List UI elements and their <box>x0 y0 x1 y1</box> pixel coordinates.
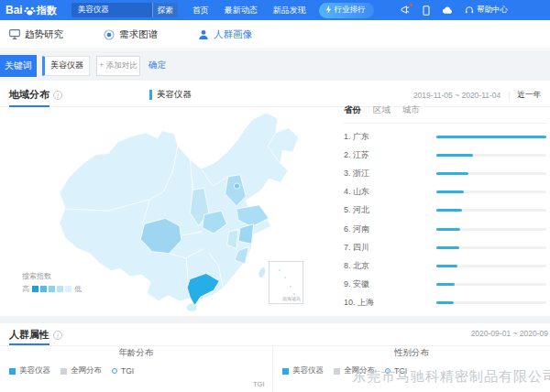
header-search-button[interactable]: 探索 <box>152 3 178 17</box>
rank-bar-track <box>436 283 546 286</box>
headset-icon <box>465 5 474 15</box>
industry-ranking-label: 行业排行 <box>335 5 366 16</box>
legend-color-bar <box>149 90 152 100</box>
rank-row[interactable]: 7. 四川 <box>344 238 546 256</box>
nav-item[interactable]: 首页 <box>192 5 209 16</box>
rank-row[interactable]: 5. 河北 <box>344 201 546 220</box>
region-ranking-list: 1. 广东2. 江苏3. 浙江4. 山东5. 河北6. 河南7. 四川8. 北京… <box>344 127 546 312</box>
audience-date-range: 2020-09-01 ~ 2020-09 <box>471 329 548 338</box>
help-center-label: 帮助中心 <box>477 5 508 16</box>
header-icons: 帮助中心 <box>401 5 508 16</box>
region-distribution-section: 地域分布 i 美容仪器 2019-11-05 ~ 2020-11-04 | 近一… <box>0 81 550 316</box>
tab-label: 趋势研究 <box>25 28 63 41</box>
header-nav: 首页最新动态新品发现 <box>192 5 306 16</box>
rank-bar-track <box>436 301 546 304</box>
legend-keyword-label: 美容仪器 <box>157 89 192 101</box>
info-icon[interactable]: i <box>53 91 62 100</box>
age-panel-legend: 美容仪器全网分布TGI <box>9 365 272 376</box>
tab-audience-portrait[interactable]: 人群画像 <box>198 28 252 41</box>
keyword-button[interactable]: 关键词 <box>0 55 37 77</box>
keyword-input[interactable]: 美容仪器 <box>42 56 90 76</box>
audience-date-row: 2020-09-01 ~ 2020-09 <box>471 329 548 338</box>
nav-item[interactable]: 最新动态 <box>225 5 258 16</box>
tgi-axis-label: TGI <box>253 380 265 388</box>
rank-row[interactable]: 2. 江苏 <box>344 146 546 164</box>
legend-label: 美容仪器 <box>19 365 50 376</box>
rank-row[interactable]: 6. 河南 <box>344 220 546 238</box>
rank-bar-fill <box>436 154 473 157</box>
rank-row[interactable]: 4. 山东 <box>344 183 546 201</box>
rank-tab-省份[interactable]: 省份 <box>344 104 361 116</box>
region-section-title: 地域分布 i <box>9 88 62 102</box>
tab-trend-research[interactable]: 趋势研究 <box>9 28 63 41</box>
map-legend-low: 低 <box>74 284 82 294</box>
rank-label: 10. 上海 <box>344 297 436 309</box>
target-icon <box>104 29 115 40</box>
person-icon <box>198 29 209 40</box>
province-hainan[interactable] <box>187 304 197 311</box>
map-scale-square <box>57 286 63 292</box>
province-taiwan[interactable] <box>258 267 266 278</box>
rank-bar-track <box>436 136 546 138</box>
rank-label: 2. 江苏 <box>344 149 436 161</box>
province-guangdong[interactable] <box>187 273 219 305</box>
rank-bar-track <box>436 172 546 175</box>
rank-tab-区域[interactable]: 区域 <box>373 104 390 116</box>
cloud-icon[interactable] <box>442 6 453 15</box>
rank-row[interactable]: 10. 上海 <box>344 294 546 312</box>
baidu-index-page: Bai 指数 美容仪器 探索 首页最新动态新品发现 行业排行 <box>0 0 550 392</box>
rank-row[interactable]: 8. 北京 <box>344 256 546 275</box>
add-compare-button[interactable]: + 添加对比 <box>96 56 140 76</box>
megaphone-icon[interactable] <box>401 5 411 15</box>
tab-demand-map[interactable]: 需求图谱 <box>104 28 158 41</box>
rank-bar-fill <box>436 265 457 267</box>
date-range: 2019-11-05 ~ 2020-11-04 <box>413 91 500 100</box>
rank-bar-fill <box>436 228 460 231</box>
legend-item[interactable]: 美容仪器 <box>9 365 50 376</box>
legend-label: 全网分布 <box>71 365 102 376</box>
rank-row[interactable]: 9. 安徽 <box>344 276 546 294</box>
rank-bar-fill <box>436 301 454 304</box>
rank-bar-track <box>436 228 546 231</box>
info-icon[interactable]: i <box>53 331 62 340</box>
period-selector[interactable]: 近一年 <box>518 90 542 101</box>
industry-ranking-pill[interactable]: 行业排行 <box>319 3 374 18</box>
confirm-button[interactable]: 确定 <box>148 60 166 71</box>
province-anhui[interactable] <box>227 230 238 249</box>
rank-bar-track <box>436 191 546 193</box>
module-tabs: 趋势研究 需求图谱 人群画像 <box>0 20 550 49</box>
legend-label: TGI <box>121 366 134 376</box>
legend-label: 美容仪器 <box>292 365 324 376</box>
legend-square-icon <box>60 368 67 375</box>
header-search-input[interactable]: 美容仪器 <box>72 5 152 16</box>
header-search[interactable]: 美容仪器 探索 <box>72 3 178 17</box>
mobile-icon[interactable] <box>423 5 430 16</box>
legend-square-icon <box>334 368 340 375</box>
region-ranking-tabs: 省份区域城市 <box>344 104 546 124</box>
rank-bar-fill <box>436 136 546 138</box>
tab-label: 需求图谱 <box>119 28 158 41</box>
legend-item[interactable]: 全网分布 <box>60 365 102 376</box>
south-sea-inset-map: 南海诸岛 <box>269 261 303 304</box>
legend-item[interactable]: 美容仪器 <box>282 365 324 376</box>
rank-label: 7. 四川 <box>344 242 436 254</box>
rank-row[interactable]: 3. 浙江 <box>344 164 546 182</box>
rank-label: 3. 浙江 <box>344 168 436 180</box>
active-underline <box>9 105 50 107</box>
legend-item[interactable]: TGI <box>112 366 134 376</box>
rank-bar-track <box>436 209 546 212</box>
logo-text-suffix: 指数 <box>37 4 57 17</box>
age-distribution-panel: 年龄分布 美容仪器全网分布TGI <box>0 347 272 392</box>
logo-text-bai: Bai <box>6 4 23 16</box>
map-scale-square <box>32 286 38 292</box>
map-scale-square <box>49 286 55 292</box>
baidu-index-logo[interactable]: Bai 指数 <box>6 4 57 17</box>
rank-tab-城市[interactable]: 城市 <box>402 104 420 116</box>
province-beijing[interactable] <box>234 183 239 189</box>
divider <box>0 345 550 346</box>
help-center[interactable]: 帮助中心 <box>465 5 508 16</box>
rank-label: 8. 北京 <box>344 260 436 272</box>
rank-row[interactable]: 1. 广东 <box>344 127 546 146</box>
nav-item[interactable]: 新品发现 <box>273 5 306 16</box>
rank-bar-fill <box>436 191 464 193</box>
